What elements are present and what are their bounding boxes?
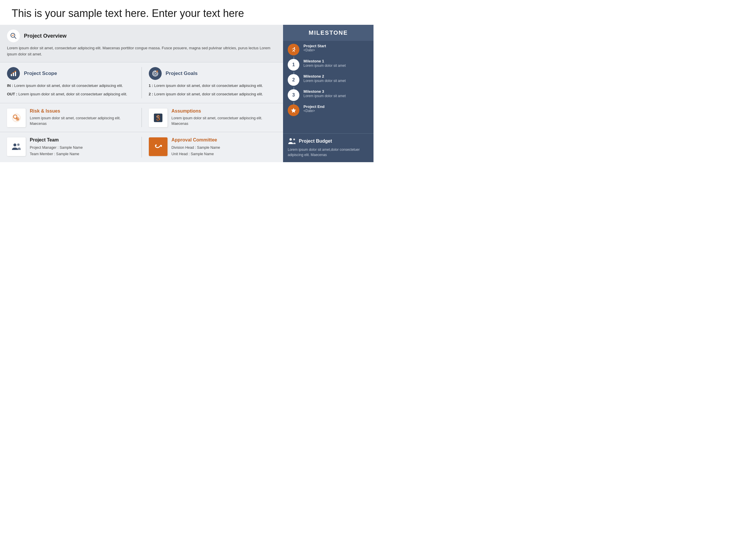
milestone-1-content: Milestone 1 Lorem ipsum dolor sit amet [304, 59, 346, 68]
goals-item2: 2 : Lorem ipsum dolor sit amet, dolor si… [149, 91, 278, 97]
approval-card: Approval Committee Division Head : Sampl… [149, 137, 278, 158]
team-title: Project Team [30, 137, 83, 143]
milestone-start-date: <Date> [304, 48, 326, 52]
approval-unit-label: Unit Head : [172, 152, 190, 156]
milestone-end-circle [288, 104, 300, 116]
team-icon-box [7, 137, 26, 156]
goals-item1: 1 : Lorem ipsum dolor sit amet, dolor si… [149, 83, 278, 89]
milestone-3-content: Milestone 3 Lorem ipsum dolor sit amet [304, 89, 346, 99]
assumptions-text: Lorem ipsum dolor sit amet, consectetuer… [172, 115, 278, 127]
search-chart-icon [10, 32, 17, 40]
overview-icon-circle [7, 29, 20, 42]
milestone-1-label: Milestone 1 [304, 59, 346, 63]
scope-out-label: OUT : [7, 92, 17, 96]
budget-section: Project Budget Lorem ipsum dolor sit ame… [283, 133, 374, 162]
milestone-3-text: Lorem ipsum dolor sit amet [304, 94, 346, 99]
team-member: Team Member : Sample Name [30, 151, 83, 158]
run-icon [291, 47, 297, 53]
svg-marker-23 [291, 108, 296, 113]
approval-division-name: Sample Name [197, 145, 220, 150]
milestone-item-start: Project Start <Date> [288, 44, 369, 55]
milestone-item-2: 2 Milestone 2 Lorem ipsum dolor sit amet [288, 74, 369, 86]
assumptions-card: Assumptions Lorem ipsum dolor sit amet, … [149, 108, 278, 127]
milestone-end-label: Project End [304, 104, 325, 109]
approval-icon [153, 141, 164, 152]
scope-header: Project Scope [7, 67, 136, 80]
approval-content: Approval Committee Division Head : Sampl… [172, 137, 220, 158]
left-panel: Project Overview Lorem ipsum dolor sit a… [0, 25, 283, 162]
page-title: This is your sample text here. Enter you… [0, 0, 374, 25]
scope-in: IN : Lorem ipsum dolor sit amet, dolor s… [7, 83, 136, 89]
right-panel: MILESTONE Project Start <Date> 1 [283, 25, 374, 162]
team-card: Project Team Project Manager : Sample Na… [7, 137, 136, 158]
goals-item1-label: 1 : [149, 83, 153, 88]
scope-col: Project Scope IN : Lorem ipsum dolor sit… [0, 62, 141, 103]
svg-point-8 [155, 73, 156, 74]
milestone-2-circle: 2 [288, 74, 300, 86]
svg-line-1 [15, 37, 16, 39]
budget-text: Lorem ipsum dolor sit amet,dolor consect… [288, 147, 369, 158]
team-approval-row: Project Team Project Manager : Sample Na… [0, 132, 283, 162]
assumptions-icon-box [149, 108, 168, 127]
people-icon [288, 138, 296, 145]
target-icon [152, 70, 159, 77]
scope-goals-row: Project Scope IN : Lorem ipsum dolor sit… [0, 62, 283, 103]
goals-header: Project Goals [149, 67, 278, 80]
scope-title: Project Scope [24, 71, 57, 76]
assumptions-icon [153, 113, 163, 123]
svg-point-19 [158, 116, 159, 117]
svg-rect-3 [13, 73, 14, 76]
team-content: Project Team Project Manager : Sample Na… [30, 137, 83, 158]
scope-out: OUT : Lorem ipsum dolor sit amet, dolor … [7, 91, 136, 97]
milestone-end-content: Project End <Date> [304, 104, 325, 113]
approval-division-label: Division Head : [172, 145, 196, 150]
risk-text: Lorem ipsum dolor sit amet, consectetuer… [30, 115, 136, 127]
goals-item2-text: Lorem ipsum dolor sit amet, dolor sit co… [154, 92, 263, 96]
main-layout: Project Overview Lorem ipsum dolor sit a… [0, 25, 374, 162]
overview-section: Project Overview Lorem ipsum dolor sit a… [0, 25, 283, 62]
assumptions-content: Assumptions Lorem ipsum dolor sit amet, … [172, 108, 278, 127]
goals-title: Project Goals [166, 71, 198, 76]
approval-title: Approval Committee [172, 137, 220, 143]
milestone-2-text: Lorem ipsum dolor sit amet [304, 78, 346, 83]
milestone-start-label: Project Start [304, 44, 326, 48]
svg-point-21 [17, 143, 20, 146]
overview-text: Lorem ipsum dolor sit amet, consectetuer… [7, 45, 276, 57]
risk-card: Risk & Issues Lorem ipsum dolor sit amet… [7, 108, 136, 127]
milestone-item-3: 3 Milestone 3 Lorem ipsum dolor sit amet [288, 89, 369, 101]
team-member-label: Team Member : [30, 152, 55, 156]
milestone-1-circle: 1 [288, 59, 300, 71]
risk-content: Risk & Issues Lorem ipsum dolor sit amet… [30, 108, 136, 127]
milestone-3-label: Milestone 3 [304, 89, 346, 94]
scope-in-label: IN : [7, 83, 13, 88]
svg-rect-2 [11, 74, 12, 76]
milestone-start-circle [288, 44, 300, 55]
budget-title: Project Budget [299, 138, 332, 144]
risk-col: Risk & Issues Lorem ipsum dolor sit amet… [0, 103, 141, 132]
risk-title: Risk & Issues [30, 108, 136, 114]
approval-division: Division Head : Sample Name [172, 144, 220, 151]
goals-icon-circle [149, 67, 162, 80]
approval-unit-name: Sample Name [191, 152, 214, 156]
approval-unit: Unit Head : Sample Name [172, 151, 220, 158]
star-icon [291, 107, 297, 113]
approval-col: Approval Committee Division Head : Sampl… [142, 132, 283, 162]
svg-point-25 [293, 138, 295, 140]
svg-point-20 [14, 143, 16, 146]
assumptions-title: Assumptions [172, 108, 278, 114]
milestone-1-text: Lorem ipsum dolor sit amet [304, 63, 346, 68]
svg-point-24 [289, 138, 292, 140]
milestone-item-end: Project End <Date> [288, 104, 369, 116]
approval-icon-box [149, 137, 168, 156]
milestone-3-circle: 3 [288, 89, 300, 101]
chart-icon [10, 70, 17, 77]
overview-header: Project Overview [7, 29, 276, 42]
risk-assump-row: Risk & Issues Lorem ipsum dolor sit amet… [0, 103, 283, 132]
goals-item1-text: Lorem ipsum dolor sit amet, dolor sit co… [154, 83, 263, 88]
overview-title: Project Overview [24, 33, 67, 39]
milestone-list: Project Start <Date> 1 Milestone 1 Lorem… [283, 41, 374, 133]
goals-col: Project Goals 1 : Lorem ipsum dolor sit … [142, 62, 283, 103]
team-manager: Project Manager : Sample Name [30, 144, 83, 151]
svg-point-18 [158, 118, 160, 119]
milestone-2-content: Milestone 2 Lorem ipsum dolor sit amet [304, 74, 346, 83]
